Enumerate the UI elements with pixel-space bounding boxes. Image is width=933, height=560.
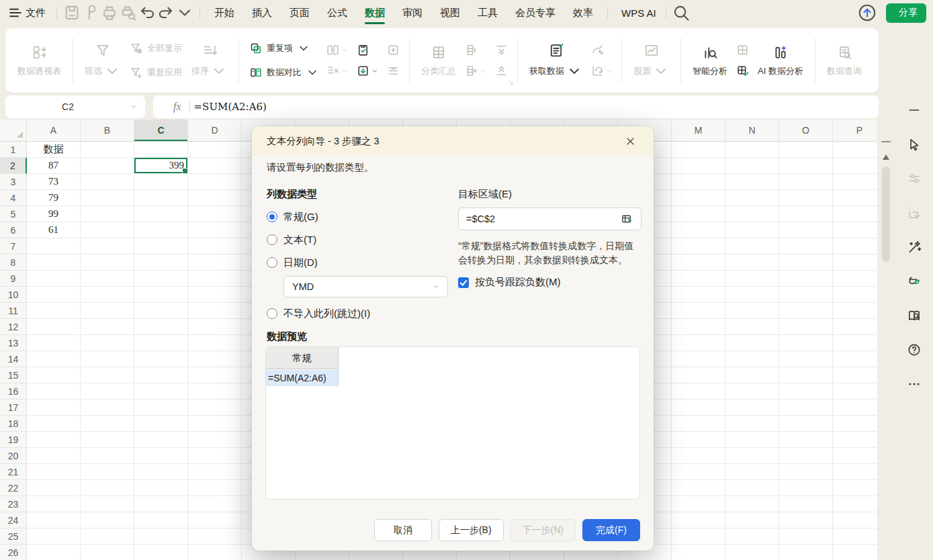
cell-B8[interactable] bbox=[81, 254, 134, 271]
cell-N15[interactable] bbox=[725, 367, 779, 383]
target-range-input[interactable]: =$C$2 bbox=[458, 207, 641, 230]
row-header-22[interactable]: 22 bbox=[0, 480, 27, 496]
cell-B1[interactable] bbox=[81, 142, 134, 158]
cell-B3[interactable] bbox=[81, 174, 134, 190]
cell-B26[interactable] bbox=[81, 545, 134, 560]
cell-A10[interactable] bbox=[27, 287, 81, 303]
cell-P19[interactable] bbox=[833, 432, 877, 448]
cell-A4[interactable]: 79 bbox=[27, 190, 81, 206]
cell-B5[interactable] bbox=[81, 206, 134, 222]
wps-ai-button[interactable]: WPS AI bbox=[613, 7, 660, 19]
row-header-8[interactable]: 8 bbox=[0, 254, 27, 271]
cell-M2[interactable] bbox=[672, 158, 725, 174]
cell-M4[interactable] bbox=[672, 190, 725, 206]
cell-B13[interactable] bbox=[81, 335, 134, 351]
select-cursor-icon[interactable] bbox=[906, 136, 922, 152]
radio-general-control[interactable] bbox=[267, 212, 277, 222]
cell-C4[interactable] bbox=[134, 190, 188, 206]
cell-D23[interactable] bbox=[188, 496, 242, 512]
row-header-24[interactable]: 24 bbox=[0, 512, 27, 528]
cell-P6[interactable] bbox=[833, 222, 877, 238]
row-header-10[interactable]: 10 bbox=[0, 287, 27, 303]
cell-M10[interactable] bbox=[672, 287, 725, 303]
cell-M18[interactable] bbox=[672, 416, 725, 432]
filter-button[interactable]: 筛选 bbox=[79, 32, 126, 89]
formula-content[interactable]: =SUM(A2:A6) bbox=[194, 101, 267, 113]
menu-tab-数据[interactable]: 数据 bbox=[356, 0, 394, 26]
cell-P24[interactable] bbox=[833, 512, 877, 528]
edit-link-button[interactable] bbox=[588, 42, 615, 58]
cell-N22[interactable] bbox=[725, 480, 779, 496]
cell-D9[interactable] bbox=[188, 271, 242, 287]
validation-button[interactable] bbox=[353, 42, 381, 58]
cell-C5[interactable] bbox=[134, 206, 188, 222]
cell-C26[interactable] bbox=[134, 545, 188, 560]
ungroup-button[interactable] bbox=[461, 62, 489, 79]
cell-A23[interactable] bbox=[27, 496, 81, 512]
cell-N14[interactable] bbox=[725, 351, 779, 367]
fx-icon[interactable]: fx bbox=[173, 101, 181, 113]
cell-D2[interactable] bbox=[188, 158, 242, 174]
cell-D22[interactable] bbox=[188, 480, 242, 496]
cell-P2[interactable] bbox=[833, 158, 877, 174]
cell-M21[interactable] bbox=[672, 464, 725, 480]
cell-P9[interactable] bbox=[833, 271, 877, 287]
cell-A1[interactable]: 数据 bbox=[27, 142, 81, 158]
cell-M19[interactable] bbox=[672, 432, 725, 448]
next-button[interactable]: 下一步(N) bbox=[510, 519, 576, 541]
cell-O7[interactable] bbox=[779, 238, 833, 254]
cell-O13[interactable] bbox=[779, 335, 833, 351]
cell-C20[interactable] bbox=[134, 448, 188, 464]
radio-general[interactable]: 常规(G) bbox=[267, 210, 449, 224]
cell-O9[interactable] bbox=[779, 271, 833, 287]
row-header-12[interactable]: 12 bbox=[0, 319, 27, 335]
cell-B12[interactable] bbox=[81, 319, 134, 335]
cell-M26[interactable] bbox=[672, 545, 725, 560]
cell-A15[interactable] bbox=[27, 367, 81, 383]
format-painter-icon[interactable] bbox=[81, 4, 100, 21]
cell-O4[interactable] bbox=[779, 190, 833, 206]
show-all-button[interactable]: 全部显示 bbox=[126, 38, 186, 59]
cell-A3[interactable]: 73 bbox=[27, 174, 81, 190]
magic-tools-icon[interactable] bbox=[906, 239, 922, 255]
preview-column-header[interactable]: 常规 bbox=[266, 347, 339, 369]
split-handle-icon[interactable] bbox=[881, 141, 891, 142]
column-header-N[interactable]: N bbox=[725, 120, 779, 141]
back-button[interactable]: 上一步(B) bbox=[439, 519, 504, 541]
cell-A12[interactable] bbox=[27, 319, 81, 335]
cell-N11[interactable] bbox=[725, 303, 779, 319]
search-icon[interactable] bbox=[672, 4, 691, 21]
cell-D26[interactable] bbox=[188, 545, 242, 560]
cell-C19[interactable] bbox=[134, 432, 188, 448]
cell-N24[interactable] bbox=[725, 512, 779, 528]
column-header-C[interactable]: C bbox=[134, 120, 188, 141]
cell-N23[interactable] bbox=[725, 496, 779, 512]
cell-D19[interactable] bbox=[188, 432, 242, 448]
dialog-titlebar[interactable]: 文本分列向导 - 3 步骤之 3 bbox=[252, 126, 654, 156]
cell-O20[interactable] bbox=[779, 448, 833, 464]
row-header-7[interactable]: 7 bbox=[0, 238, 27, 254]
cell-O24[interactable] bbox=[779, 512, 833, 528]
cell-C1[interactable] bbox=[134, 142, 188, 158]
cell-C21[interactable] bbox=[134, 464, 188, 480]
cell-A20[interactable] bbox=[27, 448, 81, 464]
cell-C24[interactable] bbox=[134, 512, 188, 528]
expand-detail-button[interactable] bbox=[492, 42, 511, 58]
cell-P15[interactable] bbox=[833, 367, 877, 383]
row-header-5[interactable]: 5 bbox=[0, 206, 27, 222]
cell-M24[interactable] bbox=[672, 512, 725, 528]
row-header-23[interactable]: 23 bbox=[0, 496, 27, 512]
cell-A18[interactable] bbox=[27, 416, 81, 432]
cell-A14[interactable] bbox=[27, 351, 81, 367]
cell-O12[interactable] bbox=[779, 319, 833, 335]
column-header-B[interactable]: B bbox=[81, 120, 134, 141]
cell-A16[interactable] bbox=[27, 383, 81, 400]
cell-N17[interactable] bbox=[725, 400, 779, 416]
cell-B9[interactable] bbox=[81, 271, 134, 287]
cell-D17[interactable] bbox=[188, 400, 242, 416]
cell-N13[interactable] bbox=[725, 335, 779, 351]
cell-O23[interactable] bbox=[779, 496, 833, 512]
cell-N18[interactable] bbox=[725, 416, 779, 432]
cell-M12[interactable] bbox=[672, 319, 725, 335]
cell-O21[interactable] bbox=[779, 464, 833, 480]
